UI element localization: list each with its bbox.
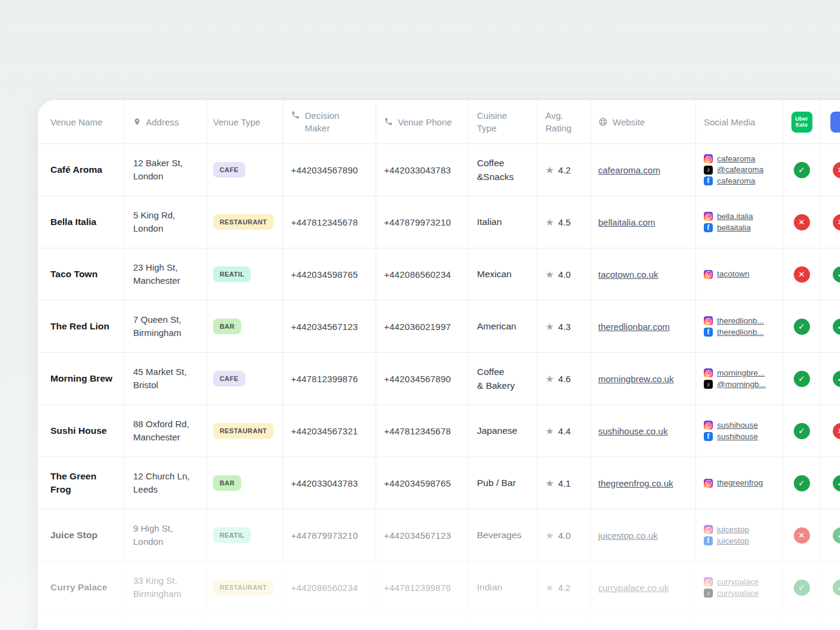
column-header-venue-type: Venue Type — [207, 100, 283, 143]
website-link[interactable]: juicestop.co.uk — [598, 530, 658, 541]
facebook-icon — [704, 328, 713, 337]
cuisine-type: Beverages — [477, 528, 521, 542]
check-circle-icon: ✓ — [794, 580, 810, 596]
instagram-icon — [704, 270, 713, 279]
check-circle-icon: ✓ — [794, 162, 810, 178]
column-header-decision-maker: Decision Maker — [283, 100, 376, 143]
website-link[interactable]: theredlionbar.com — [598, 322, 670, 332]
venue-phone-cell: +442034567321 — [376, 614, 469, 630]
venue-phone-cell: +447879973210 — [376, 196, 469, 248]
venue-type-cell: CAFE — [207, 144, 283, 196]
social-media-list: thegreenfrog — [704, 478, 763, 488]
social-media-link[interactable]: @morningb... — [717, 379, 766, 390]
cross-circle-icon: ✕ — [794, 214, 810, 230]
social-media-link[interactable]: cafearoma — [717, 176, 755, 187]
delivery-platform-logo-icon — [830, 112, 840, 133]
venue-type-cell: RESTAURANT — [207, 405, 283, 457]
website-link[interactable]: currypalace.co.uk — [598, 583, 669, 593]
website-link[interactable]: tacotown.co.uk — [598, 269, 658, 280]
social-media-link[interactable]: sushihouse — [717, 431, 758, 442]
uber-eats-status-cell: ✓ — [783, 301, 821, 352]
venue-type-badge: BAR — [213, 475, 241, 491]
address-cell: 45 Market St, Bristol — [125, 353, 207, 404]
tiktok-icon — [704, 380, 713, 389]
instagram-icon — [704, 316, 713, 325]
cuisine-type: American — [477, 319, 516, 333]
page-background: Venue Name Address Venue Type — [0, 0, 840, 630]
social-media-link[interactable]: bella.italia — [717, 211, 753, 222]
decision-maker-phone: +447879973210 — [291, 530, 358, 541]
table-row: Bella Italia5 King Rd, LondonRESTAURANT+… — [38, 196, 840, 248]
venue-address: 9 High St, London — [133, 522, 173, 548]
column-label-social-media: Social Media — [704, 116, 755, 128]
delivery-platform-status-cell: ✓ — [821, 457, 840, 509]
venue-type-cell: REATIL — [207, 248, 283, 300]
social-media-entry: cafearoma — [704, 154, 764, 164]
website-link[interactable]: morningbrew.co.uk — [598, 374, 674, 384]
cuisine-cell: Indian — [469, 562, 538, 613]
facebook-icon — [704, 432, 713, 441]
venue-type-cell: RESTAURANT — [207, 196, 283, 248]
social-media-entry: tacotown — [704, 269, 749, 280]
delivery-platform-status-cell: ✓ — [821, 248, 840, 300]
venues-table-card: Venue Name Address Venue Type — [38, 100, 840, 630]
website-link[interactable]: bellaitalia.com — [598, 217, 655, 227]
decision-maker-phone: +447812399876 — [291, 374, 358, 384]
social-media-link[interactable]: morningbre... — [717, 368, 765, 379]
social-media-entry: theredlionb... — [704, 327, 764, 338]
rating-value: 4.0 — [558, 269, 571, 280]
website-link[interactable]: thegreenfrog.co.uk — [598, 478, 673, 488]
venue-type-cell: CAFE — [207, 353, 283, 404]
check-circle-icon: ✓ — [833, 266, 840, 283]
delivery-platform-status-cell: ✕ — [821, 196, 840, 248]
social-media-list: juicestopjuicestop — [704, 524, 749, 546]
decision-maker-phone: +442034567123 — [291, 322, 358, 332]
social-media-entry: thegreenfrog — [704, 478, 763, 488]
social-media-cell: cafearoma@cafearomacafearoma — [696, 144, 783, 196]
venue-type-badge: BAR — [213, 319, 241, 334]
column-header-delivery-platform — [821, 100, 840, 143]
social-media-link[interactable]: juicestop — [717, 536, 749, 547]
rating-cell: ★4.0 — [538, 248, 591, 300]
rating-value: 4.0 — [558, 530, 571, 541]
venue-type-cell: REATIL — [207, 509, 283, 561]
decision-maker-cell: +442086560234 — [283, 562, 376, 613]
rating-cell: ★4.5 — [538, 614, 591, 630]
cuisine-type: Pub / Bar — [477, 476, 516, 490]
social-media-link[interactable]: theredlionb... — [717, 316, 764, 326]
venue-address: 12 Church Ln, Leeds — [133, 470, 190, 496]
social-media-link[interactable]: juicestop — [717, 524, 749, 535]
table-row: Café Aroma12 Baker St, LondonCAFE+442034… — [38, 144, 840, 196]
decision-maker-cell: +442036021997 — [283, 614, 376, 630]
venue-phone: +442034598765 — [384, 478, 451, 488]
social-media-link[interactable]: currypalace — [717, 577, 759, 587]
social-media-link[interactable]: theredlionb... — [717, 327, 764, 338]
star-icon: ★ — [545, 425, 554, 437]
star-icon: ★ — [545, 373, 554, 385]
uber-eats-status-cell: ✓ — [783, 562, 821, 613]
social-media-entry: currypalace — [704, 577, 759, 587]
website-link[interactable]: sushihouse.co.uk — [598, 426, 668, 436]
column-header-venue-name: Venue Name — [38, 100, 125, 143]
social-media-entry: currypalace — [704, 588, 759, 599]
table-row: Sushi House88 Oxford Rd, ManchesterRESTA… — [38, 405, 840, 457]
social-media-link[interactable]: currypalace — [717, 588, 759, 599]
website-link[interactable]: cafearoma.com — [598, 165, 660, 175]
social-media-link[interactable]: @cafearoma — [717, 164, 764, 175]
column-label-cuisine-type: Cuisine Type — [477, 109, 513, 134]
instagram-icon — [704, 479, 713, 488]
social-media-link[interactable]: thegreenfrog — [717, 478, 763, 488]
venue-address: 33 King St, Birmingham — [133, 574, 181, 601]
social-media-link[interactable]: sushihouse — [717, 420, 758, 431]
venue-phone-cell: +442036021997 — [376, 301, 469, 352]
decision-maker-cell: +442034567123 — [283, 301, 376, 352]
social-media-cell: juicestopjuicestop — [696, 509, 783, 561]
social-media-link[interactable]: tacotown — [717, 269, 749, 280]
social-media-link[interactable]: bellaitalia — [717, 223, 751, 233]
decision-maker-cell: +442034567890 — [283, 144, 376, 196]
star-icon: ★ — [545, 321, 554, 332]
venue-type-badge: RESTAURANT — [213, 580, 274, 595]
delivery-platform-status-cell: ✓ — [821, 353, 840, 404]
social-media-link[interactable]: cafearoma — [717, 154, 755, 164]
venue-phone-cell: +447812345678 — [376, 405, 469, 457]
